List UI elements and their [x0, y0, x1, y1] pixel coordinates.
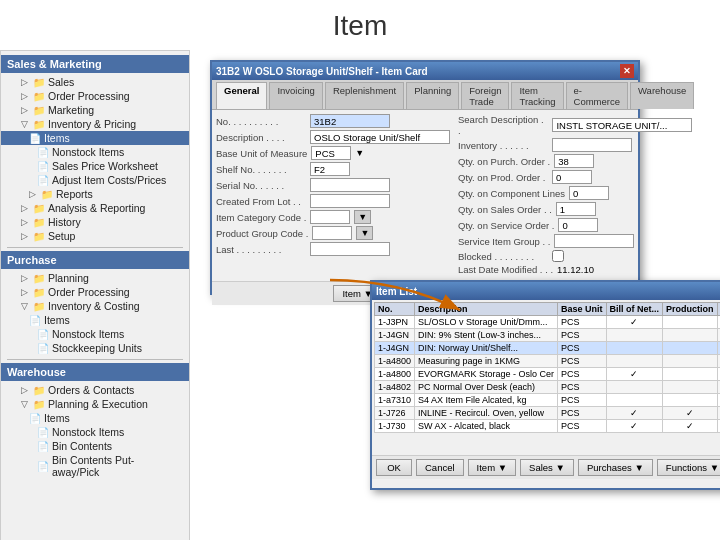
sidebar-item-stockkeeping[interactable]: 📄 Stockkeeping Units	[1, 341, 189, 355]
tab-invoicing[interactable]: Invoicing	[269, 82, 323, 109]
field-input-inventory[interactable]	[552, 138, 632, 152]
sidebar-section-header-purchase[interactable]: Purchase	[1, 251, 189, 269]
sidebar-item-sales-price[interactable]: 📄 Sales Price Worksheet	[1, 159, 189, 173]
field-label-item-cat: Item Category Code .	[216, 212, 306, 223]
tab-item-tracking[interactable]: Item Tracking	[511, 82, 563, 109]
item-card-close-button[interactable]: ✕	[620, 64, 634, 78]
item-card-titlebar: 31B2 W OSLO Storage Unit/Shelf - Item Ca…	[212, 62, 638, 80]
sidebar-section-sales-marketing: Sales & Marketing ▷📁 Sales ▷📁 Order Proc…	[1, 55, 189, 243]
sidebar-item-bin-contents[interactable]: 📄 Bin Contents	[1, 439, 189, 453]
col-base-unit: Base Unit	[558, 303, 607, 316]
item-card-body: No. . . . . . . . . . Description . . . …	[212, 110, 638, 281]
sidebar-item-inventory-pricing[interactable]: ▽📁 Inventory & Pricing	[1, 117, 189, 131]
field-label-desc: Description . . . .	[216, 132, 306, 143]
field-label-qty-sales: Qty. on Sales Order . .	[458, 204, 552, 215]
sidebar-item-nonstock-p[interactable]: 📄 Nonstock Items	[1, 327, 189, 341]
sidebar-item-orders-contacts[interactable]: ▷📁 Orders & Contacts	[1, 383, 189, 397]
field-label-base-unit: Base Unit of Measure	[216, 148, 307, 159]
sidebar-section-warehouse: Warehouse ▷📁 Orders & Contacts ▽📁 Planni…	[1, 363, 189, 479]
tab-foreign-trade[interactable]: Foreign Trade	[461, 82, 509, 109]
tab-general[interactable]: General	[216, 82, 267, 109]
field-label-last: Last . . . . . . . . .	[216, 244, 306, 255]
sidebar-item-order-processing[interactable]: ▷📁 Order Processing	[1, 89, 189, 103]
field-input-last[interactable]	[310, 242, 390, 256]
field-label-inventory: Inventory . . . . . .	[458, 140, 548, 151]
sidebar-item-inventory-costing[interactable]: ▽📁 Inventory & Costing	[1, 299, 189, 313]
sidebar-item-sales[interactable]: ▷📁 Sales	[1, 75, 189, 89]
sidebar-item-order-processing-p[interactable]: ▷📁 Order Processing	[1, 285, 189, 299]
field-label-created: Created From Lot . .	[216, 196, 306, 207]
item-card-title: 31B2 W OSLO Storage Unit/Shelf - Item Ca…	[216, 66, 428, 77]
sidebar-item-marketing[interactable]: ▷📁 Marketing	[1, 103, 189, 117]
field-label-last-modified: Last Date Modified . . .	[458, 264, 553, 275]
field-input-qty-comp[interactable]	[569, 186, 609, 200]
field-input-blocked[interactable]	[552, 250, 564, 262]
btn-purchases-list[interactable]: Purchases ▼	[578, 459, 653, 476]
field-input-desc[interactable]	[310, 130, 450, 144]
tab-warehouse[interactable]: Warehouse	[630, 82, 694, 109]
field-label-qty-service: Qty. on Service Order .	[458, 220, 554, 231]
list-item[interactable]: 1-a7310S4 AX Item File Alcated, kgPCSPCS	[375, 394, 721, 407]
field-label-qty-purch: Qty. on Purch. Order .	[458, 156, 550, 167]
sidebar-item-items-p[interactable]: 📄 Items	[1, 313, 189, 327]
sidebar-item-nonstock[interactable]: 📄 Nonstock Items	[1, 145, 189, 159]
sidebar-item-history[interactable]: ▷📁 History	[1, 215, 189, 229]
tab-planning[interactable]: Planning	[406, 82, 459, 109]
field-input-serial[interactable]	[310, 178, 390, 192]
field-input-created[interactable]	[310, 194, 390, 208]
content-area: 31B2 W OSLO Storage Unit/Shelf - Item Ca…	[190, 50, 720, 540]
btn-ok[interactable]: OK	[376, 459, 412, 476]
field-label-service-group: Service Item Group . .	[458, 236, 550, 247]
tab-ecommerce[interactable]: e-Commerce	[566, 82, 628, 109]
list-item[interactable]: 1-a4800EVORGMARK Storage - Oslo CerPCS✓P…	[375, 368, 721, 381]
field-input-product-group[interactable]	[312, 226, 352, 240]
list-item[interactable]: 1-a4802PC Normal Over Desk (each)PCSPCS	[375, 381, 721, 394]
sidebar-item-nonstock-w[interactable]: 📄 Nonstock Items	[1, 425, 189, 439]
field-input-shelf[interactable]	[310, 162, 350, 176]
field-input-no[interactable]	[310, 114, 390, 128]
btn-functions-list[interactable]: Functions ▼	[657, 459, 720, 476]
sidebar-item-reports[interactable]: ▷📁 Reports	[1, 187, 189, 201]
arrow-svg	[320, 270, 470, 330]
sidebar-section-header-warehouse[interactable]: Warehouse	[1, 363, 189, 381]
field-label-serial: Serial No. . . . . .	[216, 180, 306, 191]
sidebar-section-header-sales-marketing[interactable]: Sales & Marketing	[1, 55, 189, 73]
list-item[interactable]: 1-a4800Measuring page in 1KMGPCSPCS	[375, 355, 721, 368]
sidebar-item-items-w[interactable]: 📄 Items	[1, 411, 189, 425]
btn-item-list[interactable]: Item ▼	[468, 459, 517, 476]
list-item[interactable]: 1-J730SW AX - Alcated, blackPCS✓✓PCS	[375, 420, 721, 433]
field-value-last-modified: 11.12.10	[557, 264, 594, 275]
sidebar-item-items[interactable]: 📄 Items	[1, 131, 189, 145]
sidebar-section-purchase: Purchase ▷📁 Planning ▷📁 Order Processing…	[1, 251, 189, 355]
tab-replenishment[interactable]: Replenishment	[325, 82, 404, 109]
field-input-qty-prod[interactable]	[552, 170, 592, 184]
list-item[interactable]: 1-J4GNDIN: Norway Unit/Shelf...PCSPCS	[375, 342, 721, 355]
field-input-base-unit[interactable]	[311, 146, 351, 160]
sidebar-item-adjust-costs[interactable]: 📄 Adjust Item Costs/Prices	[1, 173, 189, 187]
field-label-blocked: Blocked . . . . . . . .	[458, 251, 548, 262]
field-input-item-cat[interactable]	[310, 210, 350, 224]
field-input-search-desc[interactable]	[552, 118, 692, 132]
sidebar-item-planning-execution[interactable]: ▽📁 Planning & Execution	[1, 397, 189, 411]
sidebar-item-planning[interactable]: ▷📁 Planning	[1, 271, 189, 285]
sidebar-item-setup[interactable]: ▷📁 Setup	[1, 229, 189, 243]
field-label-qty-comp: Qty. on Component Lines	[458, 188, 565, 199]
field-label-qty-prod: Qty. on Prod. Order .	[458, 172, 548, 183]
item-card-dialog: 31B2 W OSLO Storage Unit/Shelf - Item Ca…	[210, 60, 640, 295]
item-list-footer: OK Cancel Item ▼ Sales ▼ Purchases ▼ Fun…	[372, 455, 720, 479]
field-label-search-desc: Search Description . .	[458, 114, 548, 136]
sidebar-item-bin-creator[interactable]: 📄 Bin Contents Put-away/Pick	[1, 453, 189, 479]
field-input-qty-service[interactable]	[558, 218, 598, 232]
list-item[interactable]: 1-J726INLINE - Recircul. Oven, yellowPCS…	[375, 407, 721, 420]
field-input-qty-sales[interactable]	[556, 202, 596, 216]
btn-cancel[interactable]: Cancel	[416, 459, 464, 476]
btn-sales-list[interactable]: Sales ▼	[520, 459, 574, 476]
field-label-shelf: Shelf No. . . . . . .	[216, 164, 306, 175]
field-input-service-group[interactable]	[554, 234, 634, 248]
annotation-container	[320, 270, 470, 332]
page-title: Item	[0, 0, 720, 50]
sidebar-item-analysis[interactable]: ▷📁 Analysis & Reporting	[1, 201, 189, 215]
field-input-qty-purch[interactable]	[554, 154, 594, 168]
col-prod: Production	[663, 303, 718, 316]
field-label-no: No. . . . . . . . . .	[216, 116, 306, 127]
